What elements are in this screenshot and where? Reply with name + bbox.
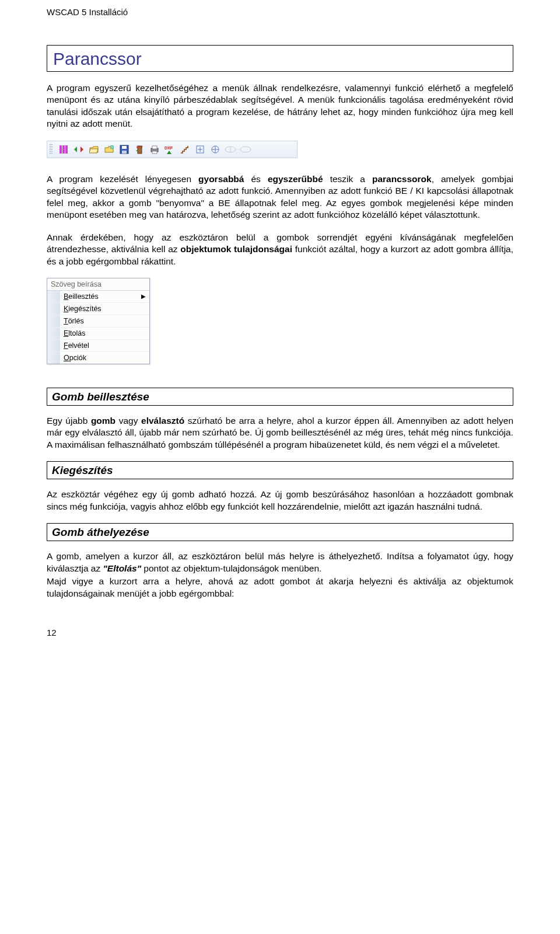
zoom-icon-2[interactable] [239,143,252,156]
intro-paragraph-2: A program kezelését lényegesen gyorsabbá… [47,173,513,221]
intro-paragraph-1: A program egyszerű kezelhetőségéhez a me… [47,82,513,130]
title-box: Parancssor [47,45,513,72]
svg-rect-13 [152,146,157,149]
ctx-item-torles[interactable]: Törlés [47,315,149,327]
svg-rect-2 [65,145,68,154]
section-3-paragraph-1: A gomb, amelyen a kurzor áll, az eszközt… [47,550,513,574]
ctx-item-beillesztes[interactable]: Beillesztés ▶ [47,291,149,303]
svg-marker-11 [136,149,138,152]
svg-text:EXIT: EXIT [136,145,143,149]
tool-icon-2[interactable] [209,143,222,156]
toolbar-grip-icon [50,144,52,155]
ctx-item-opciok[interactable]: Opciók [47,352,149,364]
nav-icon[interactable] [72,143,85,156]
page-title: Parancssor [53,49,507,69]
ctx-item-eltolas[interactable]: Eltolás [47,327,149,340]
svg-point-20 [240,147,251,152]
page: WSCAD 5 Installáció Parancssor A program… [23,0,537,661]
new-folder-icon[interactable] [103,143,116,156]
section-title: Gomb beillesztése [52,391,508,403]
svg-marker-3 [74,147,77,152]
tool-icon-1[interactable] [194,143,206,156]
page-number: 12 [47,628,513,637]
svg-text:DXF: DXF [164,146,173,150]
ctx-item-kiegeszites[interactable]: Kiegészítés [47,303,149,315]
exit-door-icon[interactable]: EXIT [133,143,146,156]
zoom-icon-1[interactable] [224,143,237,156]
print-icon[interactable] [148,143,161,156]
stairs-icon[interactable] [178,143,191,156]
svg-rect-1 [62,145,65,154]
document-header: WSCAD 5 Installáció [47,7,513,17]
svg-marker-16 [167,151,172,154]
section-title: Gomb áthelyezése [52,526,508,539]
svg-rect-7 [122,146,127,149]
section-3-paragraph-2: Majd vigye a kurzort arra a helyre, ahov… [47,576,513,600]
svg-rect-0 [60,145,62,154]
ctx-item-felvetel[interactable]: Felvétel [47,340,149,352]
svg-marker-4 [80,147,83,152]
context-menu: Szöveg beírása Beillesztés ▶ Kiegészítés… [47,278,150,364]
save-icon[interactable] [118,143,131,156]
intro-paragraph-3: Annak érdekében, hogy az eszköztáron bel… [47,232,513,267]
section-2-paragraph: Az eszköztár végéhez egy új gomb adható … [47,489,513,513]
submenu-arrow-icon: ▶ [141,293,146,299]
svg-rect-14 [152,151,157,154]
section-1-paragraph: Egy újabb gomb vagy elválasztó szúrható … [47,415,513,451]
context-menu-header: Szöveg beírása [47,278,149,291]
section-head-kiegeszites: Kiegészítés [47,461,513,479]
section-title: Kiegészítés [52,464,508,477]
section-head-gomb-beillesztese: Gomb beillesztése [47,388,513,406]
toolbar: EXIT DXF [47,141,298,158]
dxf-icon[interactable]: DXF [163,143,176,156]
open-folder-icon[interactable] [88,143,100,156]
columns-icon[interactable] [57,143,70,156]
svg-rect-8 [122,151,127,154]
section-head-gomb-athelyezese: Gomb áthelyezése [47,523,513,541]
